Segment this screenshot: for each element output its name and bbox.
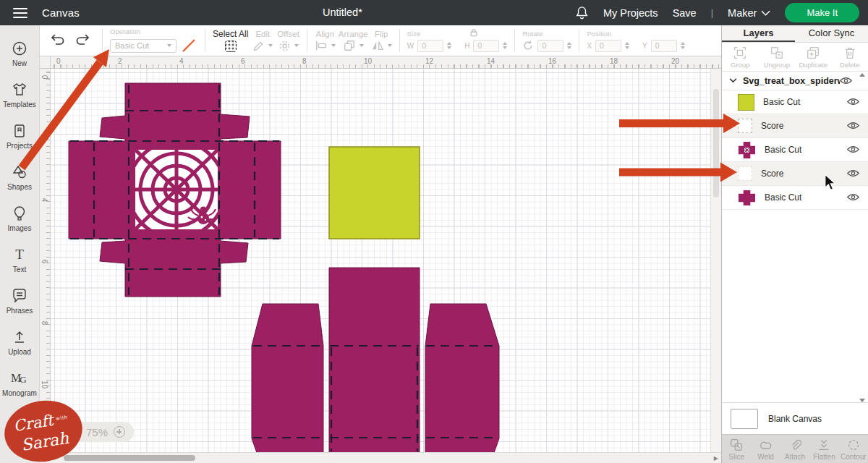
layer-tools-bar: Slice Weld Attach Flatten xyxy=(722,434,868,463)
operation-value: Basic Cut xyxy=(115,41,149,50)
undo-button[interactable] xyxy=(46,32,70,50)
operation-label: Operation xyxy=(110,27,197,35)
align-menu-button[interactable]: Align xyxy=(315,30,336,51)
layer-row-basic-cut-yellow[interactable]: Basic Cut xyxy=(722,90,868,114)
treat-box-shape[interactable] xyxy=(252,268,499,452)
sidebar-item-projects[interactable]: Projects xyxy=(0,115,40,156)
blank-canvas-row: Blank Canvas xyxy=(722,402,868,434)
sidebar-item-upload[interactable]: Upload xyxy=(0,321,40,362)
height-input[interactable]: 0 xyxy=(473,40,499,52)
edit-menu-button[interactable]: Edit xyxy=(252,30,273,52)
height-label: H xyxy=(464,42,469,50)
canvas-color-swatch[interactable] xyxy=(731,409,758,429)
dropdown-caret-icon xyxy=(359,44,364,47)
rotate-icon xyxy=(522,40,534,51)
x-input[interactable]: 0 xyxy=(595,40,621,52)
rotate-input[interactable]: 0 xyxy=(537,40,563,52)
delete-button[interactable]: Delete xyxy=(832,43,868,71)
width-label: W xyxy=(407,42,414,50)
dropdown-caret-icon xyxy=(167,44,171,47)
size-group: Size W 0 H 0 xyxy=(407,30,508,52)
rotate-stepper[interactable] xyxy=(567,42,571,49)
group-button[interactable]: Group xyxy=(722,43,759,71)
visibility-eye-icon[interactable] xyxy=(847,143,859,156)
select-all-button[interactable]: Select All xyxy=(213,29,248,52)
layer-thumbnail xyxy=(738,119,752,133)
contour-button[interactable]: Contour xyxy=(839,435,868,463)
bell-icon[interactable] xyxy=(575,6,589,20)
flip-menu-button[interactable]: Flip xyxy=(371,30,392,51)
scroll-right-icon[interactable]: ▶ xyxy=(714,455,718,462)
arrange-menu-button[interactable]: Arrange xyxy=(339,30,368,51)
visibility-eye-icon[interactable] xyxy=(847,191,859,204)
machine-selector[interactable]: Maker xyxy=(728,7,770,19)
tab-color-sync[interactable]: Color Sync xyxy=(795,25,868,42)
visibility-eye-icon[interactable] xyxy=(847,167,859,180)
tab-layers[interactable]: Layers xyxy=(722,25,795,42)
sidebar-item-text[interactable]: T Text xyxy=(0,239,40,280)
layer-row-score-1[interactable]: Score xyxy=(722,114,868,138)
arrange-icon xyxy=(343,40,356,51)
horizontal-ruler: 0 2 4 6 8 10 12 14 16 18 20 xyxy=(51,56,721,69)
save-link[interactable]: Save xyxy=(673,7,697,19)
attach-button[interactable]: Attach xyxy=(780,435,809,463)
y-stepper[interactable] xyxy=(681,42,685,49)
canvas-shapes xyxy=(51,69,710,452)
zoom-in-icon[interactable] xyxy=(114,426,125,438)
lock-icon[interactable] xyxy=(469,28,478,37)
layer-group-header[interactable]: Svg_treat_box_spiderwe... xyxy=(722,72,868,90)
layer-row-score-2[interactable]: Score xyxy=(722,162,868,186)
layer-group-title: Svg_treat_box_spiderwe... xyxy=(743,76,840,86)
layer-row-basic-cut-web[interactable]: Basic Cut xyxy=(722,138,868,162)
rotate-label: Rotate xyxy=(522,30,571,38)
panel-scroll-up-icon[interactable] xyxy=(859,73,865,77)
layer-list: Basic Cut Score Basic Cut xyxy=(722,90,868,210)
redo-icon xyxy=(75,33,90,46)
operation-dropdown[interactable]: Basic Cut xyxy=(110,39,176,53)
size-label: Size xyxy=(407,30,508,38)
sidebar-item-shapes[interactable]: Shapes xyxy=(0,156,40,197)
redo-button[interactable] xyxy=(70,32,95,50)
panel-tabs: Layers Color Sync xyxy=(722,25,868,43)
duplicate-button[interactable]: Duplicate xyxy=(795,43,832,71)
color-slash-icon[interactable] xyxy=(180,38,197,54)
chevron-down-icon xyxy=(729,78,737,83)
sidebar-item-templates[interactable]: Templates xyxy=(0,74,40,115)
make-it-button[interactable]: Make It xyxy=(785,3,859,22)
sidebar-item-images[interactable]: Images xyxy=(0,197,40,239)
height-stepper[interactable] xyxy=(503,42,507,49)
layer-actions: Group Ungroup Duplicate xyxy=(722,43,868,72)
visibility-eye-icon[interactable] xyxy=(847,95,859,109)
spiderweb-box-shape[interactable] xyxy=(69,83,281,297)
ungroup-button[interactable]: Ungroup xyxy=(759,43,796,71)
ungroup-icon xyxy=(770,46,784,60)
sidebar-item-phrases[interactable]: Phrases xyxy=(0,280,40,321)
yellow-square-shape[interactable] xyxy=(329,147,420,239)
sidebar-item-new[interactable]: New xyxy=(0,33,40,74)
width-stepper[interactable] xyxy=(447,42,451,49)
horizontal-scrollbar[interactable]: ◀ ▶ xyxy=(40,452,721,463)
offset-menu-button[interactable]: Offset xyxy=(277,30,299,52)
x-stepper[interactable] xyxy=(625,42,629,49)
my-projects-link[interactable]: My Projects xyxy=(603,7,658,19)
layer-row-basic-cut-solid[interactable]: Basic Cut xyxy=(722,186,868,210)
document-title[interactable]: Untitled* xyxy=(323,0,362,25)
tshirt-icon xyxy=(11,81,28,98)
flatten-button[interactable]: Flatten xyxy=(809,435,838,463)
layer-thumbnail xyxy=(738,94,754,111)
slice-button[interactable]: Slice xyxy=(722,435,751,463)
trash-icon xyxy=(843,46,857,60)
mouse-cursor xyxy=(823,174,838,191)
hamburger-menu-icon[interactable] xyxy=(13,8,27,18)
page-title: Canvas xyxy=(42,7,80,19)
width-input[interactable]: 0 xyxy=(417,40,443,52)
layer-thumbnail xyxy=(738,189,756,207)
vertical-scrollbar[interactable] xyxy=(710,69,721,452)
weld-button[interactable]: Weld xyxy=(751,435,780,463)
layers-panel: Layers Color Sync Group Ungroup xyxy=(721,25,868,463)
visibility-eye-icon[interactable] xyxy=(840,75,852,88)
ruler-corner xyxy=(40,56,51,69)
visibility-eye-icon[interactable] xyxy=(847,119,859,132)
y-input[interactable]: 0 xyxy=(651,40,677,52)
operation-group: Operation Basic Cut xyxy=(110,27,197,54)
